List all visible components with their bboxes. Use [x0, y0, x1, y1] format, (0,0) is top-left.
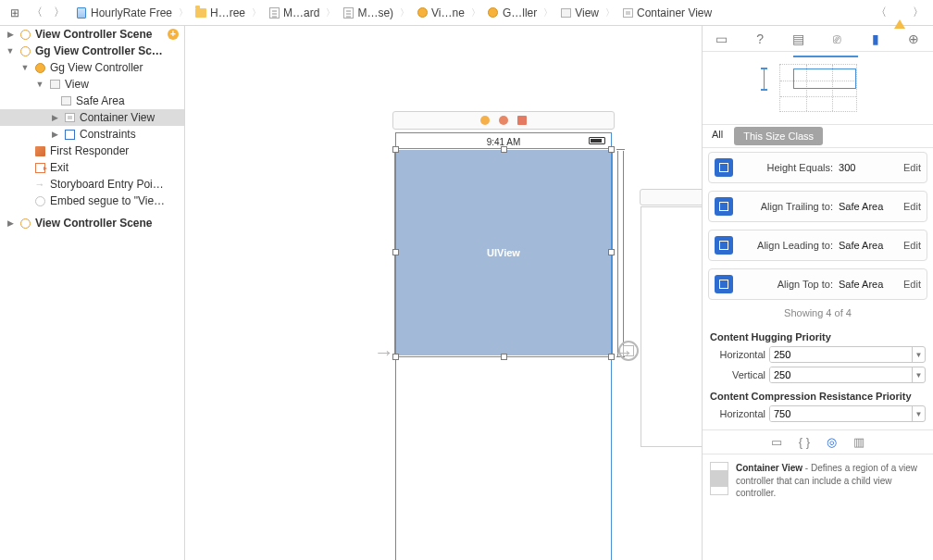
crumb-scene[interactable]: Vi…ne [413, 6, 467, 19]
hugging-horizontal-row: Horizontal ▼ [703, 344, 933, 365]
crumb-storyboard-1[interactable]: M…ard [265, 6, 322, 19]
constraint-row[interactable]: Align Trailing to: Safe Area Edit [708, 191, 927, 222]
exit-icon[interactable] [517, 116, 527, 125]
exit-row[interactable]: Exit [0, 159, 184, 176]
related-items-icon[interactable]: ⊞ [6, 4, 24, 22]
constraint-row[interactable]: Align Top to: Safe Area Edit [708, 268, 927, 300]
edit-button[interactable]: Edit [903, 162, 921, 173]
help-inspector-tab[interactable]: ? [752, 31, 768, 47]
entrypoint-row[interactable]: → Storyboard Entry Poi… [0, 176, 184, 193]
disclosure-icon[interactable]: ▶ [6, 30, 15, 39]
safearea-row[interactable]: Safe Area [0, 93, 184, 109]
lib-file-tab[interactable]: ▭ [771, 435, 782, 449]
lib-object-tab[interactable]: ◎ [827, 435, 837, 449]
stepper-down-icon[interactable]: ▼ [912, 367, 925, 382]
embedded-vc[interactable]: View Controller [641, 206, 702, 447]
containerview-row[interactable]: ▶ Container View [0, 109, 184, 126]
containerview-icon [63, 111, 76, 124]
constraint-icon [715, 197, 733, 216]
segue-icon [33, 194, 46, 207]
crumb-view[interactable]: View [556, 6, 602, 19]
firstresponder-row[interactable]: First Responder [0, 143, 184, 159]
disclosure-icon[interactable]: ▼ [20, 63, 30, 72]
nav-forward-button[interactable]: 〉 [50, 4, 68, 22]
edit-button[interactable]: Edit [903, 279, 921, 290]
constraint-icon [715, 275, 733, 293]
seg-all[interactable]: All [703, 125, 732, 147]
disclosure-icon[interactable]: ▶ [50, 130, 59, 139]
view-icon [48, 78, 61, 91]
hugging-horizontal-input[interactable] [770, 347, 912, 362]
containerview-icon [710, 462, 728, 495]
object-description: Container View - Defines a region of a v… [703, 454, 933, 507]
constraint-row[interactable]: Align Leading to: Safe Area Edit [708, 230, 927, 261]
file-inspector-tab[interactable]: ▭ [714, 31, 730, 47]
controller-row[interactable]: ▼ Gg View Controller [0, 59, 184, 76]
size-class-segmented[interactable]: All This Size Class [703, 124, 933, 148]
inspector-tab-bar: ▭ ? ▤ ⎚ ▮ ⊕ [703, 26, 933, 52]
resize-handle[interactable] [501, 354, 507, 360]
add-scene-icon[interactable]: + [168, 29, 179, 40]
lib-code-tab[interactable]: { } [799, 435, 810, 449]
segue-row[interactable]: Embed segue to "Vie… [0, 193, 184, 209]
identity-inspector-tab[interactable]: ▤ [790, 31, 807, 47]
device-frame[interactable]: 9:41 AM UIView [395, 132, 612, 560]
constraints-icon [63, 128, 76, 141]
stepper-down-icon[interactable]: ▼ [912, 406, 925, 421]
nav-back-button[interactable]: 〈 [28, 4, 46, 22]
size-inspector-tab[interactable]: ▮ [867, 31, 884, 47]
resize-handle[interactable] [608, 146, 615, 153]
crumb-storyboard-2[interactable]: M…se) [339, 6, 396, 19]
disclosure-icon[interactable]: ▼ [6, 46, 15, 56]
autoresizing-preview[interactable] [703, 52, 933, 124]
resize-handle[interactable] [501, 146, 507, 153]
compression-horizontal-field[interactable]: ▼ [769, 405, 926, 422]
scene-icon [19, 28, 31, 41]
resize-handle[interactable] [392, 249, 399, 255]
seg-this[interactable]: This Size Class [734, 127, 823, 145]
edit-button[interactable]: Edit [903, 240, 921, 251]
resize-handle[interactable] [392, 146, 399, 153]
constraints-row[interactable]: ▶ Constraints [0, 126, 184, 143]
safearea-icon [59, 94, 72, 107]
warning-icon[interactable] [894, 6, 905, 19]
constraint-icon [715, 236, 733, 255]
stepper-down-icon[interactable]: ▼ [912, 347, 925, 362]
hugging-horizontal-field[interactable]: ▼ [769, 346, 926, 363]
guide [617, 151, 618, 356]
container-view[interactable]: UIView [396, 150, 611, 355]
crumb-container[interactable]: Container View [618, 6, 715, 19]
firstresponder-icon[interactable] [499, 116, 508, 125]
scene-row[interactable]: ▶ View Controller Scene + [0, 26, 184, 43]
inspector-panel: ▭ ? ▤ ⎚ ▮ ⊕ All This Size Class Hei [702, 26, 933, 560]
scene-row[interactable]: ▼ Gg View Controller Sc… [0, 43, 184, 59]
vc-icon[interactable] [480, 116, 490, 125]
status-time: 9:41 AM [487, 137, 521, 147]
entry-arrow-icon: → [374, 341, 394, 365]
attributes-inspector-tab[interactable]: ⎚ [828, 31, 845, 47]
constraint-row[interactable]: Height Equals: 300 Edit [708, 152, 927, 183]
scene-header[interactable] [392, 111, 615, 130]
edit-button[interactable]: Edit [903, 201, 921, 212]
scene-row[interactable]: ▶ View Controller Scene [0, 215, 184, 231]
disclosure-icon[interactable]: ▶ [50, 113, 59, 122]
view-row[interactable]: ▼ View [0, 76, 184, 93]
prev-issue-button[interactable]: 〈 [872, 4, 890, 22]
next-issue-button[interactable]: 〉 [909, 4, 927, 22]
embed-segue-icon[interactable] [618, 341, 639, 361]
canvas[interactable]: → 9:41 AM UIView [185, 26, 702, 560]
resize-handle[interactable] [608, 249, 615, 255]
hugging-vertical-field[interactable]: ▼ [769, 367, 926, 383]
resize-handle[interactable] [392, 354, 399, 360]
scene-header[interactable]: View Controller [640, 189, 702, 205]
crumb-project[interactable]: HourlyRate Free [72, 6, 175, 19]
disclosure-icon[interactable]: ▶ [6, 218, 15, 228]
connections-inspector-tab[interactable]: ⊕ [905, 31, 922, 47]
lib-media-tab[interactable]: ▥ [853, 435, 865, 449]
disclosure-icon[interactable]: ▼ [35, 80, 44, 89]
document-outline: ▶ View Controller Scene + ▼ Gg View Cont… [0, 26, 185, 560]
compression-horizontal-input[interactable] [770, 406, 912, 421]
crumb-controller[interactable]: G…ller [484, 6, 540, 19]
crumb-folder[interactable]: H…ree [192, 6, 248, 19]
hugging-vertical-input[interactable] [770, 367, 912, 382]
